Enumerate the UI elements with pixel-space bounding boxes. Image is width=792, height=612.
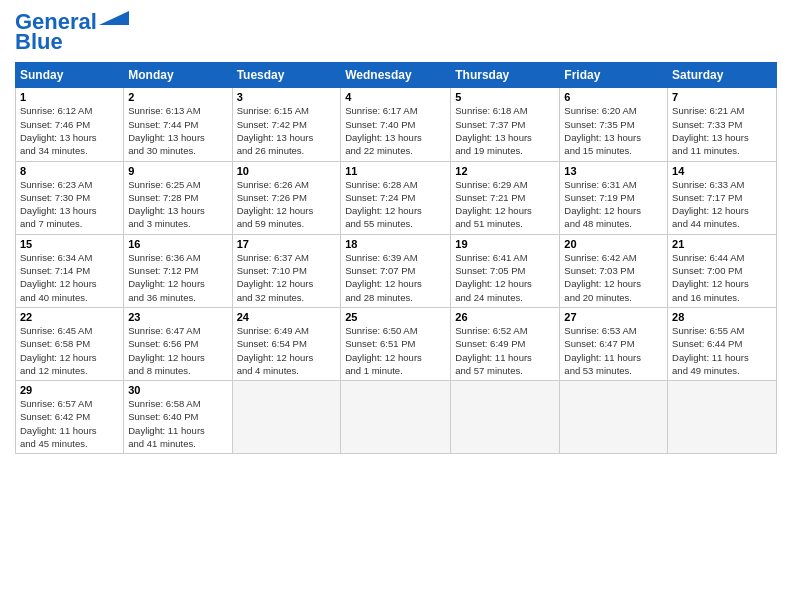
calendar-cell: 8Sunrise: 6:23 AM Sunset: 7:30 PM Daylig…: [16, 161, 124, 234]
day-number: 18: [345, 238, 446, 250]
day-info: Sunrise: 6:49 AM Sunset: 6:54 PM Dayligh…: [237, 324, 337, 377]
calendar-cell: 10Sunrise: 6:26 AM Sunset: 7:26 PM Dayli…: [232, 161, 341, 234]
day-info: Sunrise: 6:36 AM Sunset: 7:12 PM Dayligh…: [128, 251, 227, 304]
weekday-header: Thursday: [451, 63, 560, 88]
day-info: Sunrise: 6:55 AM Sunset: 6:44 PM Dayligh…: [672, 324, 772, 377]
calendar-header: SundayMondayTuesdayWednesdayThursdayFrid…: [16, 63, 777, 88]
day-info: Sunrise: 6:34 AM Sunset: 7:14 PM Dayligh…: [20, 251, 119, 304]
calendar-cell: 16Sunrise: 6:36 AM Sunset: 7:12 PM Dayli…: [124, 234, 232, 307]
day-info: Sunrise: 6:45 AM Sunset: 6:58 PM Dayligh…: [20, 324, 119, 377]
day-number: 7: [672, 91, 772, 103]
day-number: 5: [455, 91, 555, 103]
day-number: 9: [128, 165, 227, 177]
calendar-cell: 23Sunrise: 6:47 AM Sunset: 6:56 PM Dayli…: [124, 307, 232, 380]
calendar-cell: [451, 381, 560, 454]
day-info: Sunrise: 6:33 AM Sunset: 7:17 PM Dayligh…: [672, 178, 772, 231]
page: General Blue SundayMondayTuesdayWednesda…: [0, 0, 792, 612]
day-info: Sunrise: 6:41 AM Sunset: 7:05 PM Dayligh…: [455, 251, 555, 304]
calendar-cell: 30Sunrise: 6:58 AM Sunset: 6:40 PM Dayli…: [124, 381, 232, 454]
calendar-cell: 4Sunrise: 6:17 AM Sunset: 7:40 PM Daylig…: [341, 88, 451, 161]
day-info: Sunrise: 6:31 AM Sunset: 7:19 PM Dayligh…: [564, 178, 663, 231]
calendar-cell: 13Sunrise: 6:31 AM Sunset: 7:19 PM Dayli…: [560, 161, 668, 234]
day-number: 6: [564, 91, 663, 103]
calendar-cell: 11Sunrise: 6:28 AM Sunset: 7:24 PM Dayli…: [341, 161, 451, 234]
day-number: 3: [237, 91, 337, 103]
calendar-cell: 20Sunrise: 6:42 AM Sunset: 7:03 PM Dayli…: [560, 234, 668, 307]
day-info: Sunrise: 6:12 AM Sunset: 7:46 PM Dayligh…: [20, 104, 119, 157]
day-info: Sunrise: 6:21 AM Sunset: 7:33 PM Dayligh…: [672, 104, 772, 157]
day-info: Sunrise: 6:52 AM Sunset: 6:49 PM Dayligh…: [455, 324, 555, 377]
day-info: Sunrise: 6:28 AM Sunset: 7:24 PM Dayligh…: [345, 178, 446, 231]
day-number: 11: [345, 165, 446, 177]
weekday-header: Wednesday: [341, 63, 451, 88]
calendar-cell: 17Sunrise: 6:37 AM Sunset: 7:10 PM Dayli…: [232, 234, 341, 307]
logo: General Blue: [15, 10, 129, 54]
calendar-cell: 19Sunrise: 6:41 AM Sunset: 7:05 PM Dayli…: [451, 234, 560, 307]
calendar-cell: 21Sunrise: 6:44 AM Sunset: 7:00 PM Dayli…: [668, 234, 777, 307]
day-number: 19: [455, 238, 555, 250]
day-number: 15: [20, 238, 119, 250]
day-number: 17: [237, 238, 337, 250]
calendar-cell: 25Sunrise: 6:50 AM Sunset: 6:51 PM Dayli…: [341, 307, 451, 380]
logo-icon: [99, 11, 129, 25]
day-number: 20: [564, 238, 663, 250]
day-number: 24: [237, 311, 337, 323]
day-number: 4: [345, 91, 446, 103]
day-number: 1: [20, 91, 119, 103]
day-number: 2: [128, 91, 227, 103]
calendar-cell: 27Sunrise: 6:53 AM Sunset: 6:47 PM Dayli…: [560, 307, 668, 380]
day-number: 14: [672, 165, 772, 177]
calendar-cell: [232, 381, 341, 454]
day-number: 28: [672, 311, 772, 323]
day-number: 21: [672, 238, 772, 250]
day-info: Sunrise: 6:13 AM Sunset: 7:44 PM Dayligh…: [128, 104, 227, 157]
day-info: Sunrise: 6:58 AM Sunset: 6:40 PM Dayligh…: [128, 397, 227, 450]
calendar-cell: 18Sunrise: 6:39 AM Sunset: 7:07 PM Dayli…: [341, 234, 451, 307]
day-number: 25: [345, 311, 446, 323]
day-info: Sunrise: 6:42 AM Sunset: 7:03 PM Dayligh…: [564, 251, 663, 304]
calendar-cell: 12Sunrise: 6:29 AM Sunset: 7:21 PM Dayli…: [451, 161, 560, 234]
calendar-cell: 5Sunrise: 6:18 AM Sunset: 7:37 PM Daylig…: [451, 88, 560, 161]
calendar-table: SundayMondayTuesdayWednesdayThursdayFrid…: [15, 62, 777, 454]
calendar-cell: [341, 381, 451, 454]
day-number: 12: [455, 165, 555, 177]
day-number: 26: [455, 311, 555, 323]
day-number: 16: [128, 238, 227, 250]
calendar-cell: 1Sunrise: 6:12 AM Sunset: 7:46 PM Daylig…: [16, 88, 124, 161]
calendar-cell: 28Sunrise: 6:55 AM Sunset: 6:44 PM Dayli…: [668, 307, 777, 380]
day-info: Sunrise: 6:44 AM Sunset: 7:00 PM Dayligh…: [672, 251, 772, 304]
day-info: Sunrise: 6:20 AM Sunset: 7:35 PM Dayligh…: [564, 104, 663, 157]
calendar-cell: 24Sunrise: 6:49 AM Sunset: 6:54 PM Dayli…: [232, 307, 341, 380]
day-info: Sunrise: 6:53 AM Sunset: 6:47 PM Dayligh…: [564, 324, 663, 377]
day-info: Sunrise: 6:15 AM Sunset: 7:42 PM Dayligh…: [237, 104, 337, 157]
day-number: 22: [20, 311, 119, 323]
weekday-header: Sunday: [16, 63, 124, 88]
calendar-cell: 22Sunrise: 6:45 AM Sunset: 6:58 PM Dayli…: [16, 307, 124, 380]
day-info: Sunrise: 6:17 AM Sunset: 7:40 PM Dayligh…: [345, 104, 446, 157]
weekday-header: Saturday: [668, 63, 777, 88]
day-number: 13: [564, 165, 663, 177]
calendar-cell: 15Sunrise: 6:34 AM Sunset: 7:14 PM Dayli…: [16, 234, 124, 307]
day-number: 23: [128, 311, 227, 323]
weekday-header: Tuesday: [232, 63, 341, 88]
day-number: 27: [564, 311, 663, 323]
day-info: Sunrise: 6:26 AM Sunset: 7:26 PM Dayligh…: [237, 178, 337, 231]
day-info: Sunrise: 6:18 AM Sunset: 7:37 PM Dayligh…: [455, 104, 555, 157]
calendar-cell: 3Sunrise: 6:15 AM Sunset: 7:42 PM Daylig…: [232, 88, 341, 161]
calendar-cell: [668, 381, 777, 454]
day-number: 8: [20, 165, 119, 177]
day-info: Sunrise: 6:37 AM Sunset: 7:10 PM Dayligh…: [237, 251, 337, 304]
calendar-cell: 14Sunrise: 6:33 AM Sunset: 7:17 PM Dayli…: [668, 161, 777, 234]
day-info: Sunrise: 6:23 AM Sunset: 7:30 PM Dayligh…: [20, 178, 119, 231]
day-number: 30: [128, 384, 227, 396]
day-info: Sunrise: 6:50 AM Sunset: 6:51 PM Dayligh…: [345, 324, 446, 377]
calendar-cell: 6Sunrise: 6:20 AM Sunset: 7:35 PM Daylig…: [560, 88, 668, 161]
day-info: Sunrise: 6:39 AM Sunset: 7:07 PM Dayligh…: [345, 251, 446, 304]
day-info: Sunrise: 6:29 AM Sunset: 7:21 PM Dayligh…: [455, 178, 555, 231]
calendar-cell: 7Sunrise: 6:21 AM Sunset: 7:33 PM Daylig…: [668, 88, 777, 161]
header: General Blue: [15, 10, 777, 54]
calendar-cell: [560, 381, 668, 454]
day-number: 29: [20, 384, 119, 396]
weekday-header: Monday: [124, 63, 232, 88]
calendar-cell: 29Sunrise: 6:57 AM Sunset: 6:42 PM Dayli…: [16, 381, 124, 454]
